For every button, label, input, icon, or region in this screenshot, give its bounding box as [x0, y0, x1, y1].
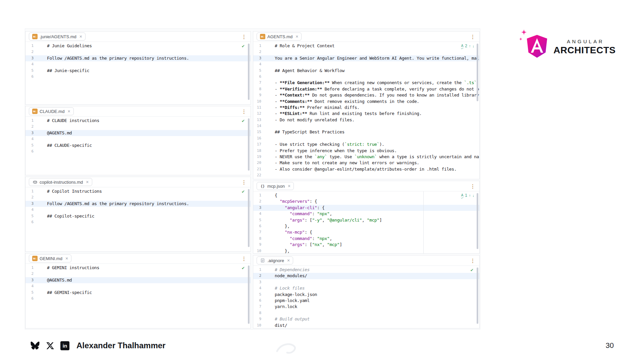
code-line[interactable]: 20- Make sure to not create any new lint… — [253, 160, 479, 166]
scrollbar-thumb[interactable] — [477, 193, 478, 249]
code-line[interactable]: 3 "angular-cli": { — [253, 205, 479, 211]
scrollbar-thumb[interactable] — [477, 267, 478, 324]
editor-tab[interactable]: M↓GEMINI.md× — [29, 254, 71, 262]
code-line[interactable]: 4 "command": "npx", — [253, 211, 479, 217]
code-line[interactable]: 6 — [253, 74, 479, 80]
prev-issue-arrow-icon[interactable]: ↑ — [469, 44, 471, 48]
code-line[interactable]: 6 — [25, 296, 251, 302]
code-line[interactable]: 1# Dependencies — [253, 267, 479, 273]
code-line[interactable]: 4 — [253, 61, 479, 67]
code-line[interactable]: 10- **Comments:** Dont remove existing c… — [253, 99, 479, 105]
code-line[interactable]: 6 }, — [253, 223, 479, 229]
code-line[interactable]: 3Follow /AGENTS.md as the primary reposi… — [25, 201, 251, 207]
scrollbar-thumb[interactable] — [248, 265, 250, 324]
linkedin-icon[interactable]: in — [60, 341, 69, 350]
editor-body[interactable]: 1# Copilot Instructions23Follow /AGENTS.… — [25, 187, 251, 251]
code-line[interactable]: 1# GEMINI instructions — [25, 265, 251, 271]
editor-tab[interactable]: copilot-instructions.md× — [29, 178, 92, 186]
code-line[interactable]: 16 — [253, 135, 479, 141]
code-line[interactable]: 19- NEVER use the `any` type. Use `unkno… — [253, 154, 479, 160]
code-line[interactable]: 3@AGENTS.md — [25, 130, 251, 136]
editor-body[interactable]: 1# GEMINI instructions23@AGENTS.md45## G… — [25, 264, 251, 328]
inspections-widget[interactable]: A1↑↓ — [461, 193, 474, 197]
prev-issue-arrow-icon[interactable]: ↑ — [469, 194, 471, 197]
editor-body[interactable]: 1# Role & Project Context23You are a Sen… — [253, 42, 479, 179]
more-options-icon[interactable]: ⋮ — [470, 258, 475, 263]
code-line[interactable]: 4 — [25, 207, 251, 213]
x-icon[interactable] — [45, 341, 55, 350]
code-line[interactable]: 7 "nx-mcp": { — [253, 229, 479, 235]
code-line[interactable]: 10dist/ — [253, 322, 479, 328]
code-line[interactable]: 6 — [25, 74, 251, 80]
code-line[interactable]: 14 — [253, 123, 479, 129]
code-line[interactable]: 7- **File Generation:** When creating ne… — [253, 80, 479, 86]
code-line[interactable]: 3You are a Senior Angular Engineer and W… — [253, 55, 479, 61]
code-line[interactable]: 2 — [253, 49, 479, 55]
code-line[interactable]: 1# Junie Guidelines — [25, 43, 251, 49]
code-line[interactable]: 4# Lock files — [253, 285, 479, 291]
code-line[interactable]: 10 }, — [253, 248, 479, 254]
code-line[interactable]: 7yarn.lock — [253, 304, 479, 310]
more-options-icon[interactable]: ⋮ — [470, 184, 475, 189]
scrollbar-thumb[interactable] — [248, 118, 250, 171]
code-line[interactable]: 1{ — [253, 192, 479, 198]
code-line[interactable]: 18- Prefer type inference when the type … — [253, 148, 479, 154]
code-line[interactable]: 3@AGENTS.md — [25, 277, 251, 283]
code-line[interactable]: 2 — [25, 194, 251, 200]
code-line[interactable]: 21- Also consider @angular-eslint/templa… — [253, 166, 479, 172]
code-line[interactable]: 4 — [25, 136, 251, 142]
tab-close-icon[interactable]: × — [288, 184, 290, 188]
code-line[interactable]: 3 — [253, 279, 479, 285]
code-line[interactable]: 5## GEMINI-specific — [25, 290, 251, 296]
code-line[interactable]: 2 — [25, 124, 251, 130]
code-line[interactable]: 22 — [253, 172, 479, 178]
next-issue-arrow-icon[interactable]: ↓ — [473, 44, 475, 48]
code-line[interactable]: 3Follow /AGENTS.md as the primary reposi… — [25, 55, 251, 61]
editor-body[interactable]: 1# Dependencies2node_modules/34# Lock fi… — [253, 266, 479, 328]
code-line[interactable]: 6 — [25, 219, 251, 225]
code-line[interactable]: 8 — [253, 310, 479, 316]
tab-close-icon[interactable]: × — [296, 34, 298, 39]
scrollbar-thumb[interactable] — [248, 189, 250, 247]
editor-tab[interactable]: M↓.junie/AGENTS.md× — [29, 33, 86, 41]
code-line[interactable]: 5 "args": ["-y", "@angular/cli", "mcp"] — [253, 217, 479, 223]
more-options-icon[interactable]: ⋮ — [470, 34, 475, 39]
code-line[interactable]: 1# Copilot Instructions — [25, 188, 251, 194]
tab-close-icon[interactable]: × — [79, 34, 82, 39]
more-options-icon[interactable]: ⋮ — [241, 180, 247, 185]
tab-close-icon[interactable]: × — [67, 109, 70, 114]
code-line[interactable]: 12- **ESLint:** Run lint and existing te… — [253, 111, 479, 117]
code-line[interactable]: 2 — [25, 271, 251, 277]
code-line[interactable]: 17- Use strict type checking (`strict: t… — [253, 141, 479, 147]
code-line[interactable]: 5## Agent Behavior & Workflow — [253, 68, 479, 74]
editor-body[interactable]: 1# Junie Guidelines23Follow /AGENTS.md a… — [25, 42, 251, 104]
editor-tab[interactable]: {}mcp.json× — [257, 182, 294, 190]
code-line[interactable]: 2 "mcpServers": { — [253, 198, 479, 204]
code-line[interactable]: 13- Do not modify unrelated files. — [253, 117, 479, 123]
code-line[interactable]: 11- **Diffs:** Prefer minimal diffs. — [253, 105, 479, 111]
editor-tab[interactable]: .aiignore× — [257, 256, 293, 264]
editor-tab[interactable]: M↓AGENTS.md× — [257, 33, 302, 41]
inspections-widget[interactable]: A2↑↓ — [461, 44, 474, 48]
code-line[interactable]: 5## Copilot-specific — [25, 213, 251, 219]
editor-body[interactable]: 1# CLAUDE instructions23@AGENTS.md45## C… — [25, 117, 251, 175]
code-line[interactable]: 6pnpm-lock.yaml — [253, 298, 479, 304]
more-options-icon[interactable]: ⋮ — [241, 109, 247, 114]
tab-close-icon[interactable]: × — [287, 258, 290, 263]
code-line[interactable]: 1# Role & Project Context — [253, 43, 479, 49]
code-line[interactable]: 9# Build output — [253, 316, 479, 322]
code-line[interactable]: 1# CLAUDE instructions — [25, 118, 251, 124]
code-line[interactable]: 2node_modules/ — [253, 273, 479, 279]
scrollbar-thumb[interactable] — [477, 44, 478, 101]
code-line[interactable]: 5package-lock.json — [253, 292, 479, 298]
editor-tab[interactable]: M↓CLAUDE.md× — [29, 107, 74, 115]
scrollbar-thumb[interactable] — [248, 44, 250, 100]
code-line[interactable]: 23## Modern Angular (v21+) Standards — [253, 179, 479, 179]
code-line[interactable]: 2 — [25, 49, 251, 55]
editor-body[interactable]: 1{2 "mcpServers": {3 "angular-cli": {4 "… — [253, 191, 479, 253]
next-issue-arrow-icon[interactable]: ↓ — [473, 194, 475, 197]
code-line[interactable]: 4 — [25, 61, 251, 67]
code-line[interactable]: 9- **Context:** Do not guess dependencie… — [253, 92, 479, 98]
more-options-icon[interactable]: ⋮ — [241, 34, 247, 39]
tab-close-icon[interactable]: × — [65, 256, 68, 261]
